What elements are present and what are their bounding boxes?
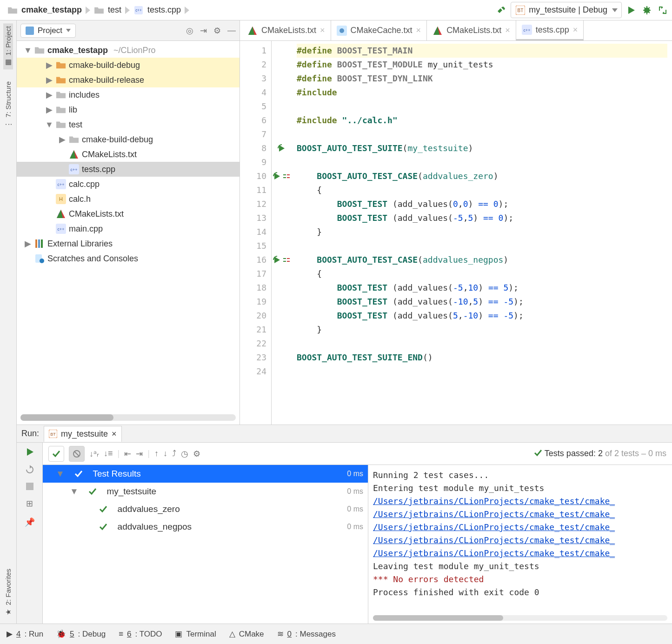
- tree-item[interactable]: c++calc.cpp: [17, 177, 240, 192]
- gutter-run-icon[interactable]: [272, 281, 292, 295]
- gutter-marks[interactable]: [272, 41, 292, 425]
- collapse-icon[interactable]: ⇥: [200, 26, 207, 36]
- show-ignored-toggle[interactable]: [69, 446, 85, 462]
- build-button[interactable]: [495, 4, 508, 17]
- layout-button[interactable]: ⊞: [26, 498, 33, 509]
- gutter-run-icon[interactable]: [272, 100, 292, 113]
- gutter-run-icon[interactable]: [272, 113, 292, 127]
- test-tree-row[interactable]: ▼ Test Results0 ms: [43, 465, 368, 483]
- history-button[interactable]: ◷: [181, 449, 188, 459]
- close-icon[interactable]: ×: [416, 26, 421, 35]
- tree-item[interactable]: c++tests.cpp: [17, 162, 240, 177]
- tree-scratches[interactable]: Scratches and Consoles: [17, 251, 240, 266]
- editor-tab[interactable]: CMakeLists.txt×: [242, 20, 331, 40]
- code-area[interactable]: 123456789101112131415161718192021222324 …: [240, 41, 672, 425]
- gutter-run-icon[interactable]: [272, 155, 292, 169]
- stop-button[interactable]: [26, 483, 33, 490]
- test-console[interactable]: Running 2 test cases...Entering test mod…: [368, 465, 672, 624]
- editor-tab[interactable]: CMakeLists.txt×: [427, 20, 516, 40]
- statusbar-item[interactable]: ≡6: TODO: [119, 630, 162, 639]
- close-icon[interactable]: ×: [573, 25, 578, 35]
- tree-item[interactable]: ▶cmake-build-debug: [17, 58, 240, 73]
- statusbar-item[interactable]: △CMake: [229, 629, 264, 639]
- sort-alpha-button[interactable]: ↓ᵃᵣ: [89, 449, 99, 459]
- scrollbar-horizontal[interactable]: [373, 615, 667, 621]
- gutter-run-icon[interactable]: [272, 44, 292, 58]
- project-tree[interactable]: ▼cmake_testapp~/CLionPro▶cmake-build-deb…: [17, 41, 240, 411]
- gutter-run-icon[interactable]: [272, 127, 292, 141]
- close-icon[interactable]: ×: [320, 26, 325, 35]
- editor-tab[interactable]: c++tests.cpp×: [516, 20, 584, 40]
- run-tab[interactable]: BT my_testsuite ×: [44, 426, 122, 442]
- gutter-run-icon[interactable]: [272, 225, 292, 239]
- gutter-run-icon[interactable]: [272, 365, 292, 378]
- project-tool-tab[interactable]: ▦1: Project: [3, 23, 13, 69]
- next-fail-button[interactable]: ↓: [163, 449, 167, 458]
- gutter-run-icon[interactable]: [272, 323, 292, 337]
- tree-item[interactable]: Hcalc.h: [17, 192, 240, 206]
- settings-icon[interactable]: ⚙: [213, 26, 221, 36]
- favorites-tool-tab[interactable]: ★2: Favorites: [3, 566, 13, 619]
- rerun-button[interactable]: [25, 447, 34, 457]
- debug-button[interactable]: [640, 4, 653, 17]
- show-passed-toggle[interactable]: [48, 446, 64, 462]
- gutter-run-icon[interactable]: [272, 239, 292, 253]
- tree-root[interactable]: ▼cmake_testapp~/CLionPro: [17, 43, 240, 58]
- prev-fail-button[interactable]: ↑: [154, 449, 159, 458]
- test-settings-button[interactable]: ⚙: [193, 449, 200, 459]
- statusbar-item[interactable]: 🐞5: Debug: [56, 629, 106, 639]
- close-icon[interactable]: ×: [112, 429, 117, 439]
- tree-item[interactable]: c++main.cpp: [17, 221, 240, 236]
- gutter-run-icon[interactable]: [272, 351, 292, 365]
- console-link[interactable]: /Users/jetbrains/CLionProjects/cmake_tes…: [373, 535, 615, 545]
- tree-item[interactable]: CMakeLists.txt: [17, 147, 240, 162]
- hide-icon[interactable]: —: [227, 26, 236, 35]
- gutter-run-icon[interactable]: [272, 141, 292, 155]
- tree-item[interactable]: ▼test: [17, 117, 240, 132]
- breadcrumb-folder[interactable]: test: [89, 3, 126, 17]
- gutter-run-icon[interactable]: [272, 169, 292, 183]
- gutter-run-icon[interactable]: [272, 309, 292, 323]
- gutter-run-icon[interactable]: [272, 211, 292, 225]
- project-view-selector[interactable]: Project: [20, 24, 76, 38]
- breadcrumb-root[interactable]: cmake_testapp: [3, 3, 86, 17]
- gutter-run-icon[interactable]: [272, 58, 292, 72]
- gutter-run-icon[interactable]: [272, 183, 292, 197]
- statusbar-item[interactable]: ▣Terminal: [175, 629, 216, 639]
- gutter-run-icon[interactable]: [272, 295, 292, 309]
- run-button[interactable]: [625, 4, 638, 17]
- console-link[interactable]: /Users/jetbrains/CLionProjects/cmake_tes…: [373, 548, 615, 558]
- editor-tab[interactable]: CMakeCache.txt×: [331, 20, 427, 40]
- test-tree[interactable]: ▼ Test Results0 ms▼ my_testsuite0 ms add…: [43, 465, 368, 624]
- tree-item[interactable]: ▶lib: [17, 102, 240, 117]
- test-tree-row[interactable]: ▼ my_testsuite0 ms: [43, 483, 368, 500]
- statusbar-item[interactable]: ▶4: Run: [7, 629, 43, 639]
- code-lines[interactable]: #define BOOST_TEST_MAIN#define BOOST_TES…: [292, 41, 672, 425]
- sort-duration-button[interactable]: ↓≡: [104, 449, 113, 458]
- gutter-run-icon[interactable]: [272, 267, 292, 281]
- locate-icon[interactable]: ◎: [186, 26, 193, 36]
- console-link[interactable]: /Users/jetbrains/CLionProjects/cmake_tes…: [373, 509, 615, 519]
- close-icon[interactable]: ×: [505, 26, 510, 35]
- run-config-selector[interactable]: BT my_testsuite | Debug: [511, 2, 622, 18]
- tree-item[interactable]: ▶includes: [17, 87, 240, 102]
- toggle-auto-button[interactable]: [25, 465, 34, 474]
- gutter-run-icon[interactable]: [272, 86, 292, 100]
- console-link[interactable]: /Users/jetbrains/CLionProjects/cmake_tes…: [373, 522, 615, 532]
- run-with-coverage-button[interactable]: [656, 4, 669, 17]
- gutter-run-icon[interactable]: [272, 72, 292, 86]
- console-link[interactable]: /Users/jetbrains/CLionProjects/cmake_tes…: [373, 496, 615, 506]
- breadcrumb-file[interactable]: c++ tests.cpp: [129, 3, 186, 17]
- export-button[interactable]: ⤴: [172, 449, 176, 458]
- tree-item[interactable]: ▶cmake-build-debug: [17, 132, 240, 147]
- gutter-run-icon[interactable]: [272, 197, 292, 211]
- test-tree-row[interactable]: addvalues_negpos0 ms: [43, 518, 368, 536]
- collapse-all-button[interactable]: ⇥: [136, 449, 143, 459]
- test-tree-row[interactable]: addvalues_zero0 ms: [43, 500, 368, 518]
- tree-item[interactable]: ▶cmake-build-release: [17, 73, 240, 87]
- statusbar-item[interactable]: ≋0: Messages: [277, 629, 336, 639]
- structure-tool-tab[interactable]: ⋮7: Structure: [3, 79, 13, 132]
- line-number-gutter[interactable]: 123456789101112131415161718192021222324: [240, 41, 272, 425]
- pin-button[interactable]: 📌: [25, 517, 35, 527]
- tree-external[interactable]: ▶External Libraries: [17, 236, 240, 251]
